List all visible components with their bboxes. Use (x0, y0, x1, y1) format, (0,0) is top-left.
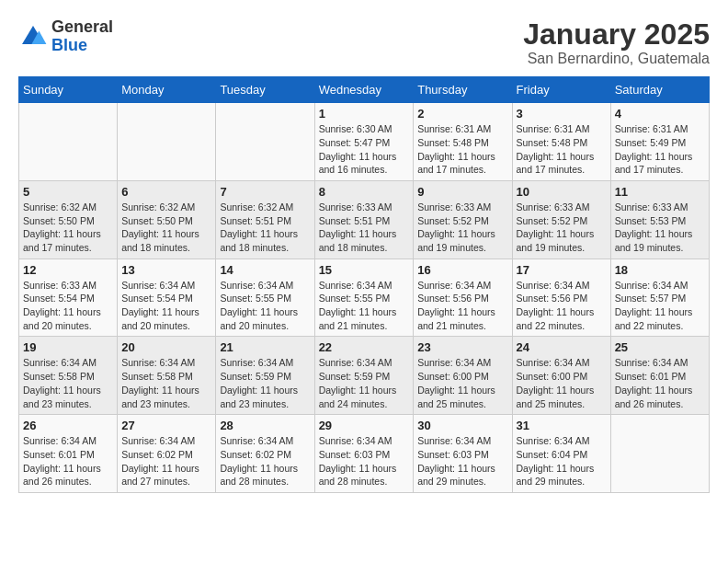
day-info: Sunrise: 6:34 AM Sunset: 5:57 PM Dayligh… (615, 279, 705, 333)
day-info: Sunrise: 6:34 AM Sunset: 5:56 PM Dayligh… (517, 279, 607, 333)
day-number: 8 (319, 185, 410, 199)
table-row: 4Sunrise: 6:31 AM Sunset: 5:49 PM Daylig… (610, 103, 709, 181)
table-row: 29Sunrise: 6:34 AM Sunset: 6:03 PM Dayli… (314, 415, 414, 493)
day-number: 12 (23, 263, 113, 277)
day-number: 10 (517, 185, 607, 199)
table-row: 17Sunrise: 6:34 AM Sunset: 5:56 PM Dayli… (512, 259, 610, 337)
table-row: 9Sunrise: 6:33 AM Sunset: 5:52 PM Daylig… (414, 180, 512, 259)
day-number: 26 (23, 419, 113, 432)
table-row: 8Sunrise: 6:33 AM Sunset: 5:51 PM Daylig… (314, 180, 414, 259)
day-info: Sunrise: 6:32 AM Sunset: 5:51 PM Dayligh… (220, 201, 310, 255)
table-row: 6Sunrise: 6:32 AM Sunset: 5:50 PM Daylig… (118, 180, 216, 259)
day-number: 25 (615, 340, 705, 354)
table-row: 22Sunrise: 6:34 AM Sunset: 5:59 PM Dayli… (314, 337, 414, 415)
table-row (19, 103, 118, 181)
calendar-week-row: 26Sunrise: 6:34 AM Sunset: 6:01 PM Dayli… (19, 415, 710, 493)
title-block: January 2025 San Bernardino, Guatemala (523, 18, 710, 67)
day-info: Sunrise: 6:34 AM Sunset: 6:00 PM Dayligh… (417, 356, 507, 410)
weekday-saturday: Saturday (610, 77, 709, 103)
page-header: General Blue January 2025 San Bernardino… (18, 18, 710, 67)
weekday-sunday: Sunday (19, 77, 118, 103)
day-number: 17 (517, 263, 607, 277)
calendar-title: January 2025 (523, 18, 710, 51)
day-number: 27 (121, 419, 211, 432)
table-row: 30Sunrise: 6:34 AM Sunset: 6:03 PM Dayli… (414, 415, 512, 493)
day-info: Sunrise: 6:34 AM Sunset: 5:58 PM Dayligh… (121, 356, 211, 410)
day-info: Sunrise: 6:34 AM Sunset: 5:59 PM Dayligh… (319, 356, 410, 410)
weekday-wednesday: Wednesday (314, 77, 414, 103)
day-number: 19 (23, 340, 113, 354)
day-number: 20 (121, 340, 211, 354)
table-row: 24Sunrise: 6:34 AM Sunset: 6:00 PM Dayli… (512, 337, 610, 415)
day-number: 22 (319, 340, 410, 354)
table-row: 18Sunrise: 6:34 AM Sunset: 5:57 PM Dayli… (610, 259, 709, 337)
table-row: 15Sunrise: 6:34 AM Sunset: 5:55 PM Dayli… (314, 259, 414, 337)
logo: General Blue (18, 18, 113, 55)
day-info: Sunrise: 6:34 AM Sunset: 5:55 PM Dayligh… (319, 279, 410, 333)
day-number: 15 (319, 263, 410, 277)
table-row: 27Sunrise: 6:34 AM Sunset: 6:02 PM Dayli… (118, 415, 216, 493)
day-number: 24 (517, 340, 607, 354)
calendar-week-row: 12Sunrise: 6:33 AM Sunset: 5:54 PM Dayli… (19, 259, 710, 337)
table-row: 5Sunrise: 6:32 AM Sunset: 5:50 PM Daylig… (19, 180, 118, 259)
logo-general-text: General (51, 17, 113, 36)
table-row: 16Sunrise: 6:34 AM Sunset: 5:56 PM Dayli… (414, 259, 512, 337)
calendar-week-row: 5Sunrise: 6:32 AM Sunset: 5:50 PM Daylig… (19, 180, 710, 259)
table-row: 25Sunrise: 6:34 AM Sunset: 6:01 PM Dayli… (610, 337, 709, 415)
day-info: Sunrise: 6:33 AM Sunset: 5:52 PM Dayligh… (517, 201, 607, 255)
day-info: Sunrise: 6:34 AM Sunset: 6:02 PM Dayligh… (121, 434, 211, 488)
day-number: 9 (417, 185, 507, 199)
table-row: 3Sunrise: 6:31 AM Sunset: 5:48 PM Daylig… (512, 103, 610, 181)
day-number: 5 (23, 185, 113, 199)
calendar-table: Sunday Monday Tuesday Wednesday Thursday… (18, 76, 710, 493)
table-row (610, 415, 709, 493)
weekday-header-row: Sunday Monday Tuesday Wednesday Thursday… (19, 77, 710, 103)
weekday-thursday: Thursday (414, 77, 512, 103)
calendar-subtitle: San Bernardino, Guatemala (523, 51, 710, 67)
day-number: 2 (417, 107, 507, 121)
day-info: Sunrise: 6:34 AM Sunset: 6:03 PM Dayligh… (319, 434, 410, 488)
day-number: 3 (517, 107, 607, 121)
day-number: 18 (615, 263, 705, 277)
day-info: Sunrise: 6:34 AM Sunset: 5:58 PM Dayligh… (23, 356, 113, 410)
day-number: 16 (417, 263, 507, 277)
day-number: 6 (121, 185, 211, 199)
day-info: Sunrise: 6:31 AM Sunset: 5:48 PM Dayligh… (417, 122, 507, 177)
day-info: Sunrise: 6:34 AM Sunset: 6:01 PM Dayligh… (23, 434, 113, 488)
day-info: Sunrise: 6:34 AM Sunset: 5:56 PM Dayligh… (417, 279, 507, 333)
table-row: 10Sunrise: 6:33 AM Sunset: 5:52 PM Dayli… (512, 180, 610, 259)
day-info: Sunrise: 6:34 AM Sunset: 6:00 PM Dayligh… (517, 356, 607, 410)
day-number: 13 (121, 263, 211, 277)
day-info: Sunrise: 6:32 AM Sunset: 5:50 PM Dayligh… (121, 201, 211, 255)
day-info: Sunrise: 6:34 AM Sunset: 5:54 PM Dayligh… (121, 279, 211, 333)
logo-icon (18, 22, 48, 52)
weekday-tuesday: Tuesday (216, 77, 314, 103)
day-number: 11 (615, 185, 705, 199)
table-row: 14Sunrise: 6:34 AM Sunset: 5:55 PM Dayli… (216, 259, 314, 337)
day-info: Sunrise: 6:33 AM Sunset: 5:52 PM Dayligh… (417, 201, 507, 255)
table-row (216, 103, 314, 181)
table-row: 21Sunrise: 6:34 AM Sunset: 5:59 PM Dayli… (216, 337, 314, 415)
day-number: 23 (417, 340, 507, 354)
day-info: Sunrise: 6:34 AM Sunset: 6:02 PM Dayligh… (220, 434, 310, 488)
day-info: Sunrise: 6:33 AM Sunset: 5:54 PM Dayligh… (23, 279, 113, 333)
day-info: Sunrise: 6:32 AM Sunset: 5:50 PM Dayligh… (23, 201, 113, 255)
weekday-friday: Friday (512, 77, 610, 103)
table-row: 28Sunrise: 6:34 AM Sunset: 6:02 PM Dayli… (216, 415, 314, 493)
table-row: 20Sunrise: 6:34 AM Sunset: 5:58 PM Dayli… (118, 337, 216, 415)
weekday-monday: Monday (118, 77, 216, 103)
day-number: 7 (220, 185, 310, 199)
day-number: 28 (220, 419, 310, 432)
day-info: Sunrise: 6:33 AM Sunset: 5:53 PM Dayligh… (615, 201, 705, 255)
day-info: Sunrise: 6:30 AM Sunset: 5:47 PM Dayligh… (319, 122, 410, 177)
table-row: 31Sunrise: 6:34 AM Sunset: 6:04 PM Dayli… (512, 415, 610, 493)
day-number: 30 (417, 419, 507, 432)
day-info: Sunrise: 6:34 AM Sunset: 5:59 PM Dayligh… (220, 356, 310, 410)
calendar-week-row: 1Sunrise: 6:30 AM Sunset: 5:47 PM Daylig… (19, 103, 710, 181)
table-row: 11Sunrise: 6:33 AM Sunset: 5:53 PM Dayli… (610, 180, 709, 259)
day-info: Sunrise: 6:34 AM Sunset: 6:01 PM Dayligh… (615, 356, 705, 410)
day-info: Sunrise: 6:34 AM Sunset: 6:04 PM Dayligh… (517, 434, 607, 488)
day-number: 29 (319, 419, 410, 432)
day-number: 4 (615, 107, 705, 121)
table-row: 1Sunrise: 6:30 AM Sunset: 5:47 PM Daylig… (314, 103, 414, 181)
